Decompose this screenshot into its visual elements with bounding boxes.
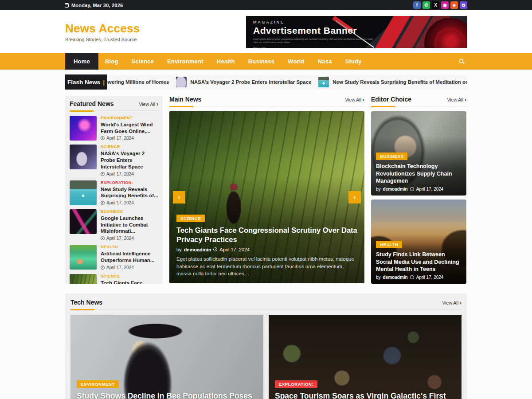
- category-badge[interactable]: ENVIRONMENT: [77, 380, 119, 388]
- chevron-right-icon: ›: [460, 300, 462, 306]
- category-badge[interactable]: BUSINESS: [376, 153, 407, 160]
- editor-choice-section: Editor Choice View All › BUSINESS Blockc…: [371, 96, 466, 284]
- ad-kicker: MAGAZINE: [253, 20, 374, 24]
- ticker-item[interactable]: World's Largest Wind Farm Goes Online, P…: [107, 77, 169, 87]
- ticker-track: World's Largest Wind Farm Goes Online, P…: [107, 75, 467, 89]
- ticker-title[interactable]: World's Largest Wind Farm Goes Online, P…: [107, 79, 169, 85]
- editor-card[interactable]: BUSINESS Blockchain Technology Revolutio…: [371, 111, 466, 196]
- nav-item-blog[interactable]: Blog: [98, 53, 125, 70]
- article-date: April 17, 2024: [219, 247, 250, 252]
- tech-card[interactable]: EXPLORATION: Space Tourism Soars as Virg…: [269, 315, 462, 399]
- category-label: BUSINESS: [101, 209, 158, 214]
- nav-item-environment[interactable]: Environment: [160, 53, 210, 70]
- nav-item-nasa[interactable]: Nasa: [311, 53, 339, 70]
- clock-icon: [410, 275, 414, 279]
- ticker-viewport: World's Largest Wind Farm Goes Online, P…: [107, 75, 467, 89]
- category-label: EXPLORATION:: [101, 180, 158, 185]
- editor-card[interactable]: HEALTH Study Finds Link Between Social M…: [371, 200, 466, 284]
- reddit-icon[interactable]: ☻: [450, 1, 458, 9]
- tech-card[interactable]: ENVIRONMENT Study Shows Decline in Bee P…: [70, 315, 263, 399]
- nav-item-study[interactable]: Study: [339, 53, 368, 70]
- card-headline[interactable]: Blockchain Technology Revolutionizes Sup…: [376, 163, 462, 184]
- view-all-text[interactable]: View All: [139, 102, 155, 107]
- site-tagline: Breaking Stories, Trusted Source: [65, 37, 140, 42]
- facebook-icon[interactable]: f: [413, 1, 421, 9]
- article-title[interactable]: NASA's Voyager 2 Probe Enters Interstell…: [101, 150, 158, 170]
- chevron-right-icon: ›: [465, 97, 466, 103]
- view-all-text[interactable]: View All: [345, 97, 361, 102]
- main-news-slider: ‹ › SCIENCE Tech Giants Face Congression…: [169, 111, 364, 283]
- article-date: April 17, 2024: [101, 236, 158, 241]
- card-caption: BUSINESS Blockchain Technology Revolutio…: [371, 147, 466, 196]
- view-all-text[interactable]: View All: [447, 97, 463, 102]
- chevron-left-icon: ‹: [178, 193, 180, 201]
- section-header: Featured News View All ›: [70, 100, 158, 111]
- featured-item[interactable]: BUSINESS Google Launches Initiative to C…: [70, 209, 158, 241]
- view-all-text[interactable]: View All: [442, 300, 458, 305]
- article-title[interactable]: Google Launches Initiative to Combat Mis…: [101, 215, 158, 235]
- clock-icon: [101, 236, 105, 240]
- ad-copy: MAGAZINE Advertisement Banner Lorem ipsu…: [253, 20, 374, 48]
- author-name[interactable]: demoadmin: [184, 247, 211, 252]
- tech-news-section: Tech News View All › ENVIRONMENT Study S…: [65, 293, 467, 399]
- chevron-right-icon: ›: [353, 193, 356, 201]
- featured-item[interactable]: EXPLORATION: New Study Reveals Surprisin…: [70, 180, 158, 205]
- advertisement-banner[interactable]: MAGAZINE Advertisement Banner Lorem ipsu…: [246, 16, 467, 48]
- featured-item[interactable]: ENVIRONMENT World's Largest Wind Farm Go…: [70, 116, 158, 141]
- category-label: SCIENCE: [101, 145, 158, 149]
- featured-list: ENVIRONMENT World's Largest Wind Farm Go…: [70, 116, 158, 284]
- slider-next-button[interactable]: ›: [348, 191, 361, 203]
- article-title[interactable]: Tech Giants Face Congressional Scrutiny.…: [101, 280, 158, 284]
- x-twitter-icon[interactable]: X: [432, 1, 439, 9]
- article-title[interactable]: World's Largest Wind Farm Goes Online,..…: [101, 121, 158, 134]
- view-all-link[interactable]: View All ›: [139, 101, 158, 107]
- category-badge[interactable]: EXPLORATION:: [275, 380, 317, 388]
- featured-item[interactable]: SCIENCE Tech Giants Face Congressional S…: [70, 274, 158, 284]
- article-thumbnail: [70, 180, 97, 205]
- nav-item-home[interactable]: Home: [65, 53, 98, 70]
- search-button[interactable]: [457, 53, 467, 70]
- twitch-icon[interactable]: ⧉: [460, 1, 467, 9]
- card-headline[interactable]: Study Shows Decline in Bee Populations P…: [77, 391, 257, 399]
- nav-item-business[interactable]: Business: [242, 53, 281, 70]
- ticker-item[interactable]: NASA's Voyager 2 Probe Enters Interstell…: [176, 77, 311, 87]
- slider-prev-button[interactable]: ‹: [173, 191, 185, 203]
- ticker-item[interactable]: New Study Reveals Surprising Benefits of…: [318, 77, 467, 87]
- slide-headline[interactable]: Tech Giants Face Congressional Scrutiny …: [176, 226, 357, 244]
- article-thumbnail: [70, 209, 97, 234]
- author-name[interactable]: demoadmin: [383, 187, 408, 192]
- nav-list: Home Blog Science Environment Health Bus…: [65, 53, 457, 70]
- category-badge[interactable]: HEALTH: [376, 241, 402, 248]
- editor-cards: BUSINESS Blockchain Technology Revolutio…: [371, 111, 466, 284]
- section-title: Main News: [169, 96, 201, 103]
- section-header: Tech News View All ›: [70, 299, 462, 309]
- site-logo[interactable]: News Access: [65, 22, 140, 35]
- nav-item-science[interactable]: Science: [125, 53, 161, 70]
- article-title[interactable]: Artificial Intelligence Outperforms Huma…: [101, 250, 158, 263]
- instagram-icon[interactable]: ◉: [441, 1, 449, 9]
- section-title: Featured News: [70, 100, 114, 107]
- card-headline[interactable]: Study Finds Link Between Social Media Us…: [376, 251, 462, 273]
- whatsapp-icon[interactable]: ✆: [422, 1, 430, 9]
- ticker-title[interactable]: New Study Reveals Surprising Benefits of…: [332, 79, 467, 85]
- view-all-link[interactable]: View All ›: [447, 97, 466, 103]
- site-branding[interactable]: News Access Breaking Stories, Trusted So…: [65, 22, 140, 42]
- author-name[interactable]: demoadmin: [383, 275, 408, 280]
- featured-item[interactable]: SCIENCE NASA's Voyager 2 Probe Enters In…: [70, 145, 158, 176]
- article-title[interactable]: New Study Reveals Surprising Benefits of…: [101, 186, 158, 199]
- article-date: April 17, 2024: [101, 136, 158, 141]
- view-all-link[interactable]: View All ›: [345, 97, 364, 103]
- nav-item-health[interactable]: Health: [210, 53, 242, 70]
- category-badge[interactable]: SCIENCE: [176, 215, 205, 222]
- view-all-link[interactable]: View All ›: [442, 300, 462, 306]
- flash-news-label: Flash News |: [65, 74, 107, 90]
- featured-item[interactable]: HEALTH Artificial Intelligence Outperfor…: [70, 245, 158, 270]
- ticker-title[interactable]: NASA's Voyager 2 Probe Enters Interstell…: [190, 79, 311, 85]
- clock-icon: [101, 136, 105, 140]
- card-headline[interactable]: Space Tourism Soars as Virgin Galactic's…: [275, 391, 455, 399]
- ticker-thumbnail: [318, 77, 329, 87]
- nav-item-world[interactable]: World: [281, 53, 311, 70]
- main-content: Featured News View All › ENVIRONMENT Wor…: [65, 96, 467, 284]
- article-thumbnail: [70, 145, 97, 169]
- social-links: f ✆ X ◉ ☻ ⧉: [413, 1, 467, 9]
